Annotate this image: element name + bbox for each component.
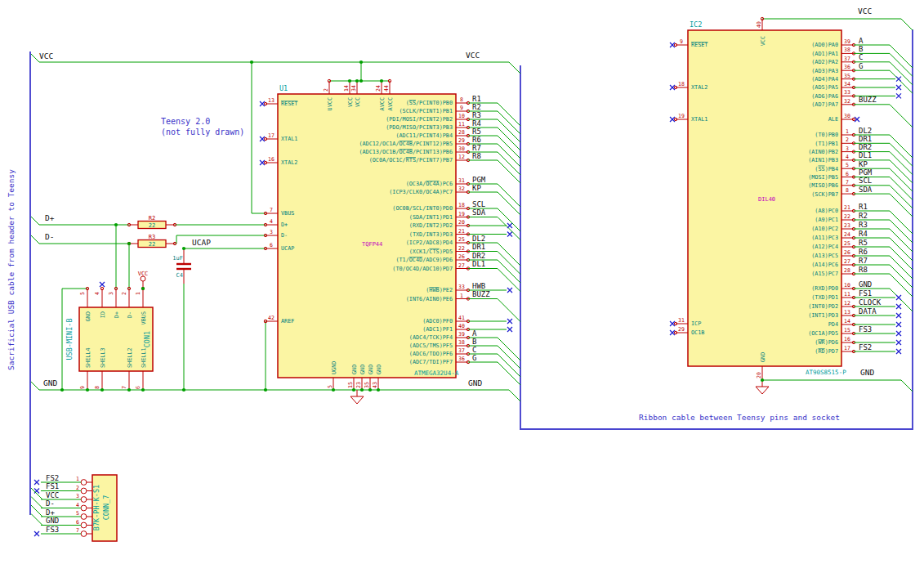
pin-number: 11 bbox=[458, 121, 465, 128]
pin-number: 17 bbox=[268, 132, 275, 139]
pin-name: UCAP bbox=[281, 245, 294, 252]
net-label-dplus: D+ bbox=[45, 213, 55, 222]
pin-number: 42 bbox=[268, 315, 275, 321]
no-connect-icon bbox=[896, 304, 901, 309]
junction-dot bbox=[332, 388, 335, 392]
schematic-canvas: VCCVCCGNDGNDD+D-UCAPVCCGND U18(SS/PCINT0… bbox=[0, 0, 924, 564]
junction-dot bbox=[264, 388, 267, 392]
component-ic2-at90s8515: IC239(AD0)PA0A38(AD1)PA1B37(AD2)PA2C36(A… bbox=[670, 17, 913, 394]
pin-number: 19 bbox=[458, 211, 465, 217]
bus-entry bbox=[901, 231, 913, 243]
u1-reference: U1 bbox=[279, 84, 288, 92]
ic2-footprint: DIL40 bbox=[758, 196, 775, 203]
pin-number: 18 bbox=[458, 202, 465, 208]
net-label-B: B bbox=[859, 45, 863, 53]
pin-name: (AD5)PA5 bbox=[811, 84, 838, 91]
bus-entry bbox=[901, 300, 913, 311]
pin-name: (T1)PB1 bbox=[815, 141, 838, 147]
no-connect-icon bbox=[896, 85, 901, 90]
pin-name: (ICP2/ADC8)PD4 bbox=[406, 239, 453, 246]
net-label-KP: KP bbox=[859, 160, 868, 168]
c4-value: 1uF bbox=[172, 255, 183, 262]
net-label-FS2: FS2 bbox=[46, 474, 59, 482]
pin-name: SHELL2 bbox=[127, 347, 133, 368]
pin-number: 31 bbox=[458, 177, 465, 184]
bus-entry bbox=[890, 256, 901, 267]
net-label-FS1: FS1 bbox=[46, 482, 59, 490]
pin-name: D+ bbox=[114, 311, 120, 318]
bus-entry bbox=[890, 220, 901, 231]
pin-number: 3 bbox=[76, 493, 79, 499]
net-label-R8: R8 bbox=[859, 266, 868, 274]
bus-entry bbox=[890, 247, 901, 258]
net-label-vcc: VCC bbox=[466, 51, 480, 60]
pin-number: 32 bbox=[458, 186, 465, 192]
bus-entry bbox=[901, 258, 913, 270]
ic2-reference: IC2 bbox=[690, 20, 702, 29]
junction-dot bbox=[60, 388, 64, 392]
pin-pad bbox=[81, 522, 87, 528]
pin-name: (RXD/INT2)PD2 bbox=[409, 222, 453, 229]
pin-number: 6 bbox=[270, 242, 273, 248]
net-label-GND: GND bbox=[46, 517, 59, 525]
net-label-R8: R8 bbox=[472, 152, 481, 160]
pin-name: (TXD/INT3)PD3 bbox=[409, 231, 453, 238]
net-label-G: G bbox=[472, 354, 476, 362]
net-label-FS2: FS2 bbox=[859, 343, 872, 351]
net-label-PGM: PGM bbox=[472, 176, 486, 184]
pin-name: (A12)PC4 bbox=[811, 244, 838, 250]
bus-entry bbox=[890, 105, 901, 116]
junction-dot bbox=[100, 388, 104, 392]
pin-name: XTAL2 bbox=[281, 159, 297, 166]
junction-dot bbox=[380, 79, 383, 83]
pin-name: VBUS bbox=[281, 210, 294, 217]
pin-name: (WR)PD6 bbox=[815, 339, 838, 346]
no-connect-icon bbox=[896, 313, 901, 318]
pin-number: 4 bbox=[846, 154, 849, 160]
net-label-PGM: PGM bbox=[859, 168, 873, 177]
pin-name: (ADC11/PCINT4)PB4 bbox=[395, 132, 453, 139]
pin-number: 40 bbox=[458, 323, 465, 329]
net-label-SDA: SDA bbox=[859, 186, 873, 194]
net-label-R2: R2 bbox=[859, 212, 868, 220]
pin-number: 28 bbox=[458, 129, 465, 136]
net-label-B: B bbox=[472, 338, 476, 346]
junction-dot bbox=[141, 388, 145, 392]
pin-number: 21 bbox=[458, 228, 465, 235]
net-label-R6: R6 bbox=[472, 136, 481, 144]
pin-number: 1 bbox=[76, 476, 79, 482]
pin-name: (PDI/MOSI/PCINT2)PB2 bbox=[386, 116, 453, 123]
pin-name: SHELL3 bbox=[100, 347, 106, 368]
pin-number: 1 bbox=[460, 293, 463, 299]
pin-name: (AD0)PA0 bbox=[811, 42, 838, 48]
junction-dot bbox=[377, 388, 380, 392]
pin-name: (ADC1)PF1 bbox=[422, 326, 453, 333]
bus-entry bbox=[901, 276, 913, 288]
wire bbox=[509, 390, 520, 401]
pin-number: 11 bbox=[844, 291, 850, 298]
pin-number: 6 bbox=[846, 171, 849, 177]
pin-name: (T0)PB0 bbox=[815, 132, 838, 138]
pin-number: 23 bbox=[355, 382, 362, 388]
bus-entry bbox=[901, 222, 913, 234]
pin-name: (AD3)PA3 bbox=[811, 68, 838, 74]
net-label-D-: D- bbox=[46, 499, 55, 508]
pin-name: (A9)PC1 bbox=[815, 217, 838, 223]
net-label-gnd: GND bbox=[860, 368, 874, 377]
pin-name: OC1B bbox=[691, 329, 704, 336]
pin-number: 9 bbox=[460, 105, 463, 111]
no-connect-icon bbox=[507, 288, 512, 293]
junction-dot bbox=[368, 388, 372, 392]
pin-name: VCC bbox=[760, 36, 766, 46]
net-label-R2: R2 bbox=[472, 103, 481, 111]
bus-entry bbox=[890, 229, 901, 240]
pin-number: 19 bbox=[678, 113, 685, 119]
pin-number: 35 bbox=[844, 73, 850, 79]
net-label-FS1: FS1 bbox=[859, 289, 872, 298]
ground-symbol-icon bbox=[756, 387, 769, 394]
pin-name: (RXD)PD0 bbox=[811, 285, 838, 292]
pin-name: (ADC5/TMS)PF5 bbox=[409, 342, 453, 349]
pin-name: AVCC bbox=[387, 97, 394, 110]
bus-entry bbox=[890, 211, 901, 222]
pin-name: (AIN1)PB3 bbox=[808, 157, 838, 163]
